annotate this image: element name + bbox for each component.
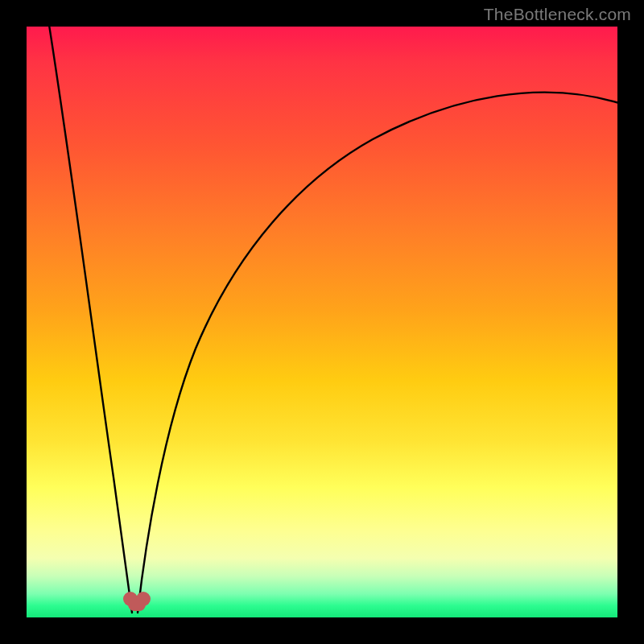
outer-frame: TheBottleneck.com [0, 0, 644, 644]
curve-left-branch [49, 25, 132, 613]
bottleneck-curve [27, 27, 617, 617]
watermark-text: TheBottleneck.com [484, 5, 631, 24]
curve-right-branch [138, 93, 619, 613]
plot-area [27, 27, 617, 617]
min-marker-bridge [128, 600, 146, 611]
